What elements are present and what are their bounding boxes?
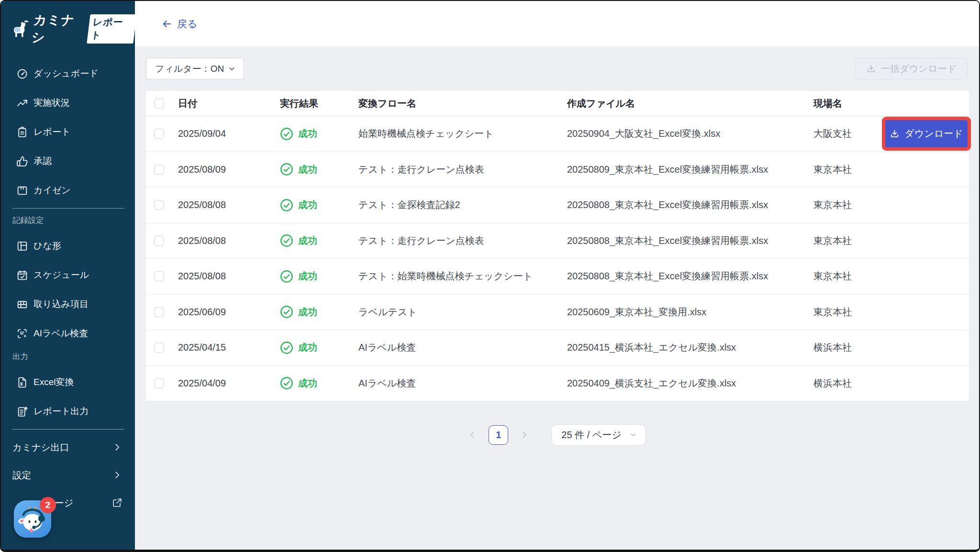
cell-date: 2025/04/15 xyxy=(178,342,280,353)
row-checkbox[interactable] xyxy=(154,342,164,353)
table-row: 2025/08/08 成功 テスト：走行クレーン点検表 20250808_東京本… xyxy=(146,223,969,259)
top-bar: 戻る xyxy=(135,1,979,46)
sidebar-item-kaizen[interactable]: カイゼン xyxy=(1,179,135,202)
row-checkbox[interactable] xyxy=(154,271,164,281)
check-circle-icon xyxy=(280,127,293,141)
sidebar-item-ai-label[interactable]: AIラベル検査 xyxy=(1,322,135,345)
sidebar-item-excel-conversion[interactable]: Excel変換 xyxy=(1,371,135,394)
column-header-result: 実行結果 xyxy=(280,97,358,110)
cell-site: 東京本社 xyxy=(813,163,885,176)
page-size-select[interactable]: 25 件 / ページ xyxy=(551,424,646,446)
column-header-file: 作成ファイル名 xyxy=(567,97,813,110)
status-badge: 成功 xyxy=(298,270,317,283)
cell-file: 20250808_東京本社_Excel変換練習用帳票.xlsx xyxy=(567,199,813,211)
cell-flow: AIラベル検査 xyxy=(358,341,567,354)
prev-page-button[interactable] xyxy=(468,430,477,440)
sidebar-item-label: AIラベル検査 xyxy=(33,327,88,340)
bulk-download-label: 一括ダウンロード xyxy=(881,62,957,75)
row-checkbox[interactable] xyxy=(154,307,164,317)
cell-status: 成功 xyxy=(280,234,358,247)
bulk-download-button[interactable]: 一括ダウンロード xyxy=(855,58,968,79)
sidebar-item-schedule[interactable]: スケジュール xyxy=(1,264,135,287)
results-table: 日付 実行結果 変換フロー名 作成ファイル名 現場名 2025/09/04 成功… xyxy=(146,91,969,401)
cell-file: 20250808_東京本社_Excel変換練習用帳票.xlsx xyxy=(567,270,813,283)
product-badge: レポート xyxy=(87,14,136,44)
brand-name: カミナシ xyxy=(31,11,88,46)
gauge-icon xyxy=(16,68,28,80)
cell-file: 20250808_東京本社_Excel変換練習用帳票.xlsx xyxy=(567,234,813,247)
cell-date: 2025/08/09 xyxy=(178,164,280,175)
next-page-button[interactable] xyxy=(520,430,529,440)
sidebar-item-label: カミナシ出口 xyxy=(12,441,69,454)
download-icon xyxy=(890,129,900,139)
row-checkbox[interactable] xyxy=(154,378,164,388)
section-label-output: 出力 xyxy=(1,352,135,362)
row-checkbox[interactable] xyxy=(154,200,164,210)
sidebar-item-status[interactable]: 実施状況 xyxy=(1,91,135,114)
section-label-records: 記録設定 xyxy=(1,215,135,226)
sidebar-item-label: 取り込み項目 xyxy=(33,298,89,310)
status-badge: 成功 xyxy=(298,127,317,140)
sidebar-item-dashboard[interactable]: ダッシュボード xyxy=(1,62,135,85)
goat-logo-icon xyxy=(11,19,30,38)
kaizen-board-icon xyxy=(16,185,28,197)
cell-file: 20250409_横浜支社_エクセル変換.xlsx xyxy=(567,377,813,390)
app-logo[interactable]: カミナシ レポート xyxy=(11,11,135,46)
sidebar-divider xyxy=(12,429,124,430)
status-badge: 成功 xyxy=(298,234,317,247)
sidebar-item-label: ージ xyxy=(55,497,73,509)
status-badge: 成功 xyxy=(298,163,317,176)
main-area: 戻る フィルター：ON 一括ダウンロード 日付 xyxy=(135,1,979,550)
chat-widget[interactable]: 2 xyxy=(14,500,51,538)
sidebar-item-approval[interactable]: 承認 xyxy=(1,150,135,173)
row-checkbox[interactable] xyxy=(154,129,164,139)
row-checkbox[interactable] xyxy=(154,165,164,175)
cell-date: 2025/09/04 xyxy=(178,128,280,139)
table-row: 2025/06/09 成功 ラベルテスト 20250609_東京本社_変換用.x… xyxy=(146,295,969,331)
cell-site: 東京本社 xyxy=(813,199,885,211)
sidebar-item-import-fields[interactable]: 取り込み項目 xyxy=(1,293,135,316)
page-size-label: 25 件 / ページ xyxy=(561,429,621,442)
sidebar-item-label: 承認 xyxy=(33,155,52,167)
chevron-down-icon xyxy=(629,431,637,439)
status-badge: 成功 xyxy=(298,199,317,211)
sidebar-nav: ダッシュボード 実施状況 レポート 承認 xyxy=(1,62,135,514)
toolbar: フィルター：ON 一括ダウンロード xyxy=(146,58,968,79)
sidebar-item-report[interactable]: レポート xyxy=(1,121,135,144)
sidebar-item-label: Excel変換 xyxy=(33,376,74,388)
column-header-flow: 変換フロー名 xyxy=(358,97,567,110)
cell-date: 2025/04/09 xyxy=(178,378,280,389)
row-checkbox[interactable] xyxy=(154,236,164,246)
download-button[interactable]: ダウンロード xyxy=(885,120,968,147)
table-row: 2025/08/08 成功 テスト：金探検査記録2 20250808_東京本社_… xyxy=(146,188,969,223)
cell-status: 成功 xyxy=(280,163,358,176)
sidebar-divider xyxy=(12,208,124,209)
content-area: フィルター：ON 一括ダウンロード 日付 実行結果 変換フロー名 作成ファイル名 xyxy=(135,46,979,446)
filter-button[interactable]: フィルター：ON xyxy=(146,58,244,79)
cell-status: 成功 xyxy=(280,127,358,141)
cell-status: 成功 xyxy=(280,270,358,283)
app-window: カミナシ レポート ダッシュボード 実施状況 レポー xyxy=(0,0,980,552)
status-badge: 成功 xyxy=(298,341,317,354)
sidebar-item-kaminashi-exit[interactable]: カミナシ出口 xyxy=(1,436,135,459)
current-page[interactable]: 1 xyxy=(489,425,508,445)
arrow-left-icon xyxy=(162,19,172,29)
check-circle-icon xyxy=(280,234,293,247)
back-link[interactable]: 戻る xyxy=(162,17,198,31)
external-link-icon xyxy=(112,497,122,508)
cell-file: 20250609_東京本社_変換用.xlsx xyxy=(567,306,813,319)
status-badge: 成功 xyxy=(298,306,317,319)
cell-file: 20250415_横浜本社_エクセル変換.xlsx xyxy=(567,341,813,354)
cell-status: 成功 xyxy=(280,305,358,319)
select-all-checkbox[interactable] xyxy=(154,99,164,109)
sidebar-item-settings[interactable]: 設定 xyxy=(1,464,135,486)
cell-site: 横浜本社 xyxy=(813,377,885,390)
thumbs-up-icon xyxy=(16,155,28,167)
sidebar-item-label: 実施状況 xyxy=(33,97,70,109)
cell-flow: ラベルテスト xyxy=(358,306,567,319)
sidebar-item-template[interactable]: ひな形 xyxy=(1,234,135,257)
cell-status: 成功 xyxy=(280,376,358,390)
trending-up-icon xyxy=(16,97,28,109)
excel-file-icon xyxy=(16,376,28,388)
sidebar-item-report-export[interactable]: レポート出力 xyxy=(1,400,135,423)
